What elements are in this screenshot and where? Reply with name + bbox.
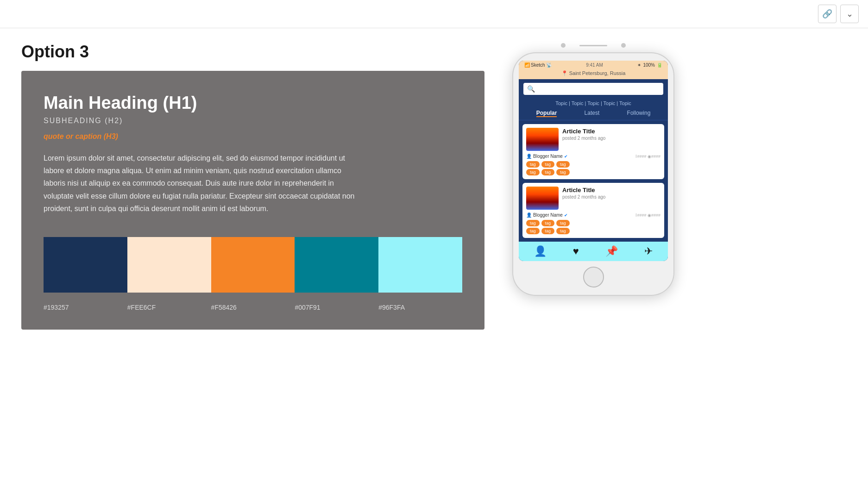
article-top-1: Article Title posted 2 months ago	[526, 128, 660, 151]
article-thumbnail-2	[526, 187, 559, 210]
swatch-4	[295, 237, 378, 293]
signal-icon: 📶	[524, 62, 530, 68]
article-info-2: Article Title posted 2 months ago	[562, 187, 660, 210]
blogger-name-1: 👤 Blogger Name ✔	[526, 154, 568, 159]
tag-1-2[interactable]: tag	[541, 161, 555, 168]
tag-2-6[interactable]: tag	[556, 228, 570, 234]
swatch-label-5: #96F3FA	[378, 300, 462, 311]
nav-share-icon[interactable]: ✈	[644, 245, 653, 257]
design-panel: Main Heading (H1) SUBHEADING (H2) quote …	[21, 71, 484, 330]
tag-2-2[interactable]: tag	[541, 220, 555, 226]
swatch-label-2: #FEE6CF	[127, 300, 211, 311]
phone-bottom-nav: 👤 ♥ 📌 ✈	[519, 242, 668, 261]
phone-home-button[interactable]	[583, 267, 604, 287]
chevron-down-icon: ⌄	[846, 9, 853, 19]
top-bar: 🔗 ⌄	[0, 0, 868, 28]
top-bar-actions: 🔗 ⌄	[818, 5, 859, 23]
article-card-1[interactable]: Article Title posted 2 months ago 👤 Blog…	[522, 124, 664, 179]
article-tags-row1-1: tag tag tag	[526, 161, 660, 168]
phone-top-indicators	[561, 43, 626, 48]
tag-1-3[interactable]: tag	[556, 161, 570, 168]
phone-speaker	[579, 45, 607, 46]
nav-profile-icon[interactable]: 👤	[534, 245, 547, 257]
carrier-name: Sketch	[531, 62, 545, 68]
article-tags-row1-2: tag tag tag	[526, 220, 660, 226]
article-stats-1: Ⅰ#### ◉####	[635, 154, 660, 159]
phone-mockup: 📶 Sketch 📡 9:41 AM ✴ 100% 🔋 📍 Saint Pete…	[512, 43, 674, 296]
article-meta-2: 👤 Blogger Name ✔ Ⅰ#### ◉####	[526, 212, 660, 218]
tab-popular[interactable]: Popular	[536, 110, 557, 117]
article-date-1: posted 2 months ago	[562, 136, 660, 141]
status-carrier: 📶 Sketch 📡	[524, 62, 552, 68]
article-date-2: posted 2 months ago	[562, 194, 660, 200]
battery-icon: 🔋	[657, 62, 662, 68]
nav-saved-icon[interactable]: 📌	[605, 245, 618, 257]
swatch-label-4: #007F91	[295, 300, 378, 311]
phone-outer-shell: 📶 Sketch 📡 9:41 AM ✴ 100% 🔋 📍 Saint Pete…	[512, 52, 674, 296]
article-tags-row2-2: tag tag tag	[526, 228, 660, 234]
phone-dot-left	[561, 43, 566, 48]
swatch-2	[127, 237, 211, 293]
caption-h3: quote or caption (H3)	[44, 132, 462, 141]
article-thumbnail-1	[526, 128, 559, 151]
bluetooth-icon: ✴	[637, 62, 641, 68]
article-meta-1: 👤 Blogger Name ✔ Ⅰ#### ◉####	[526, 154, 660, 159]
article-info-1: Article Title posted 2 months ago	[562, 128, 660, 151]
tab-latest[interactable]: Latest	[585, 110, 600, 117]
swatch-3	[211, 237, 295, 293]
verified-icon-1: ✔	[564, 154, 568, 159]
page-title: Option 3	[0, 28, 868, 71]
swatch-label-1: #193257	[44, 300, 127, 311]
tag-1-6[interactable]: tag	[556, 169, 570, 175]
tag-1-1[interactable]: tag	[526, 161, 540, 168]
tag-2-4[interactable]: tag	[526, 228, 540, 234]
status-battery: ✴ 100% 🔋	[637, 62, 662, 68]
verified-icon-2: ✔	[564, 213, 568, 218]
search-area: 🔍	[519, 79, 668, 99]
main-heading: Main Heading (H1)	[44, 93, 462, 113]
blogger-name-text-2: Blogger Name	[533, 212, 563, 218]
main-content: Main Heading (H1) SUBHEADING (H2) quote …	[0, 71, 868, 330]
tab-following[interactable]: Following	[627, 110, 651, 117]
battery-level: 100%	[643, 62, 655, 68]
tag-2-5[interactable]: tag	[541, 228, 555, 234]
blogger-avatar-icon-1: 👤	[526, 154, 532, 159]
article-title-2: Article Title	[562, 187, 660, 194]
swatch-label-3: #F58426	[211, 300, 295, 311]
tag-1-4[interactable]: tag	[526, 169, 540, 175]
wifi-icon: 📡	[546, 62, 552, 68]
article-tags-row2-1: tag tag tag	[526, 169, 660, 175]
search-icon: 🔍	[527, 85, 535, 93]
swatch-1	[44, 237, 127, 293]
phone-screen: 📶 Sketch 📡 9:41 AM ✴ 100% 🔋 📍 Saint Pete…	[519, 61, 668, 261]
status-time: 9:41 AM	[586, 62, 603, 68]
article-stats-2: Ⅰ#### ◉####	[635, 213, 660, 218]
color-swatches	[44, 237, 462, 293]
link-button[interactable]: 🔗	[818, 5, 837, 23]
topics-text: Topic | Topic | Topic | Topic | Topic	[555, 100, 631, 106]
search-input-mock[interactable]: 🔍	[523, 83, 663, 95]
articles-area: Article Title posted 2 months ago 👤 Blog…	[519, 120, 668, 242]
phone-dot-right	[621, 43, 626, 48]
sub-heading: SUBHEADING (H2)	[44, 117, 462, 125]
phone-status-bar: 📶 Sketch 📡 9:41 AM ✴ 100% 🔋	[519, 61, 668, 69]
swatch-labels: #193257 #FEE6CF #F58426 #007F91 #96F3FA	[44, 300, 462, 311]
swatch-5	[378, 237, 462, 293]
blogger-avatar-icon-2: 👤	[526, 212, 532, 218]
chevron-down-button[interactable]: ⌄	[840, 5, 859, 23]
tag-1-5[interactable]: tag	[541, 169, 555, 175]
nav-likes-icon[interactable]: ♥	[573, 245, 579, 257]
topics-bar: Topic | Topic | Topic | Topic | Topic	[519, 99, 668, 108]
link-icon: 🔗	[822, 9, 832, 19]
tag-2-3[interactable]: tag	[556, 220, 570, 226]
blogger-name-2: 👤 Blogger Name ✔	[526, 212, 568, 218]
body-text: Lorem ipsum dolor sit amet, consectetur …	[44, 152, 359, 215]
blogger-name-text-1: Blogger Name	[533, 154, 563, 159]
tabs-bar: Popular Latest Following	[519, 108, 668, 120]
location-bar: 📍 Saint Petersburg, Russia	[519, 69, 668, 79]
article-top-2: Article Title posted 2 months ago	[526, 187, 660, 210]
article-title-1: Article Title	[562, 128, 660, 135]
tag-2-1[interactable]: tag	[526, 220, 540, 226]
article-card-2[interactable]: Article Title posted 2 months ago 👤 Blog…	[522, 183, 664, 238]
